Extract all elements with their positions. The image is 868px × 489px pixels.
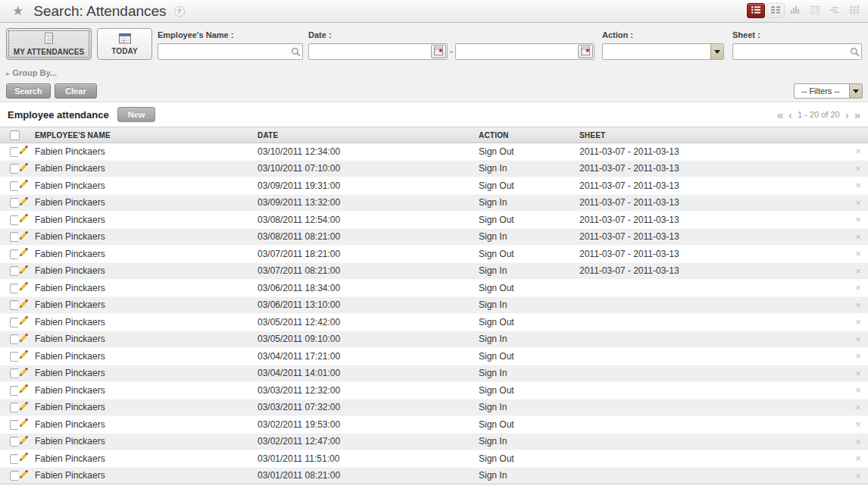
table-row[interactable]: Fabien Pinckaers 03/01/2011 11:51:00 Sig…	[0, 450, 868, 468]
row-checkbox[interactable]	[10, 403, 18, 412]
sheet-cell[interactable]	[579, 433, 848, 450]
table-row[interactable]: Fabien Pinckaers 03/08/2011 12:54:00 Sig…	[0, 212, 868, 229]
employee-name-cell[interactable]: Fabien Pinckaers	[35, 467, 258, 484]
row-checkbox[interactable]	[10, 471, 18, 481]
column-header-sheet[interactable]: SHEET	[579, 127, 848, 143]
action-cell[interactable]: Sign Out	[479, 177, 579, 195]
edit-pencil-icon[interactable]	[18, 452, 29, 465]
row-checkbox[interactable]	[10, 334, 18, 344]
edit-pencil-icon[interactable]	[18, 367, 29, 380]
date-cell[interactable]: 03/10/2011 07:10:00	[258, 160, 479, 177]
sheet-cell[interactable]: 2011-03-07 - 2011-03-13	[579, 262, 848, 280]
delete-row-icon[interactable]: ×	[848, 416, 868, 434]
form-view-button[interactable]	[767, 3, 785, 18]
employee-name-cell[interactable]: Fabien Pinckaers	[35, 143, 258, 161]
row-checkbox[interactable]	[10, 368, 18, 378]
action-cell[interactable]: Sign In	[479, 433, 579, 450]
employee-name-cell[interactable]: Fabien Pinckaers	[35, 416, 258, 434]
delete-row-icon[interactable]: ×	[848, 382, 868, 400]
table-row[interactable]: Fabien Pinckaers 03/02/2011 12:47:00 Sig…	[0, 433, 868, 450]
delete-row-icon[interactable]: ×	[848, 280, 868, 297]
action-cell[interactable]: Sign In	[479, 365, 579, 382]
date-cell[interactable]: 03/03/2011 12:32:00	[258, 382, 479, 400]
delete-row-icon[interactable]: ×	[848, 467, 868, 484]
delete-row-icon[interactable]: ×	[848, 399, 868, 416]
group-by-toggle[interactable]: ▸Group By...	[6, 68, 57, 77]
delete-row-icon[interactable]: ×	[848, 160, 868, 177]
sheet-cell[interactable]: 2011-03-07 - 2011-03-13	[579, 194, 848, 212]
action-cell[interactable]: Sign Out	[479, 280, 579, 297]
edit-pencil-icon[interactable]	[18, 281, 29, 294]
employee-name-input[interactable]	[158, 45, 289, 58]
sheet-cell[interactable]	[579, 331, 848, 348]
sheet-cell[interactable]	[579, 382, 848, 400]
action-cell[interactable]: Sign In	[479, 262, 579, 280]
action-cell[interactable]: Sign Out	[479, 314, 579, 331]
sheet-cell[interactable]	[579, 280, 848, 297]
delete-row-icon[interactable]: ×	[848, 296, 868, 314]
calendar-view-button[interactable]	[806, 3, 824, 18]
row-checkbox[interactable]	[10, 147, 18, 157]
row-checkbox[interactable]	[10, 420, 18, 430]
select-all-checkbox[interactable]	[10, 130, 20, 140]
table-row[interactable]: Fabien Pinckaers 03/07/2011 08:21:00 Sig…	[0, 262, 868, 280]
help-icon[interactable]: ?	[174, 6, 185, 17]
employee-name-cell[interactable]: Fabien Pinckaers	[35, 280, 258, 297]
list-view-button[interactable]	[747, 3, 765, 18]
delete-row-icon[interactable]: ×	[848, 262, 868, 280]
employee-name-cell[interactable]: Fabien Pinckaers	[35, 450, 258, 468]
employee-name-cell[interactable]: Fabien Pinckaers	[35, 246, 258, 263]
row-checkbox[interactable]	[10, 318, 18, 328]
date-cell[interactable]: 03/01/2011 08:21:00	[258, 467, 479, 484]
edit-pencil-icon[interactable]	[18, 315, 29, 328]
edit-pencil-icon[interactable]	[18, 333, 29, 346]
date-cell[interactable]: 03/09/2011 19:31:00	[258, 177, 479, 195]
edit-pencil-icon[interactable]	[18, 418, 29, 431]
date-cell[interactable]: 03/08/2011 12:54:00	[258, 212, 479, 229]
column-header-date[interactable]: DATE	[258, 127, 479, 143]
sheet-cell[interactable]: 2011-03-07 - 2011-03-13	[579, 143, 848, 161]
employee-name-cell[interactable]: Fabien Pinckaers	[35, 365, 258, 382]
table-row[interactable]: Fabien Pinckaers 03/06/2011 13:10:00 Sig…	[0, 296, 868, 314]
table-row[interactable]: Fabien Pinckaers 03/09/2011 13:32:00 Sig…	[0, 194, 868, 212]
employee-name-cell[interactable]: Fabien Pinckaers	[35, 348, 258, 365]
row-checkbox[interactable]	[10, 352, 18, 362]
action-cell[interactable]: Sign Out	[479, 348, 579, 365]
table-row[interactable]: Fabien Pinckaers 03/06/2011 18:34:00 Sig…	[0, 280, 868, 297]
sheet-cell[interactable]: 2011-03-07 - 2011-03-13	[579, 228, 848, 246]
date-cell[interactable]: 03/07/2011 08:21:00	[258, 262, 479, 280]
new-button[interactable]: New	[117, 107, 155, 122]
today-button[interactable]: TODAY	[97, 28, 152, 60]
delete-row-icon[interactable]: ×	[848, 331, 868, 348]
table-row[interactable]: Fabien Pinckaers 03/10/2011 07:10:00 Sig…	[0, 160, 868, 177]
sheet-cell[interactable]	[579, 416, 848, 434]
date-cell[interactable]: 03/08/2011 08:21:00	[258, 228, 479, 246]
row-checkbox[interactable]	[10, 300, 18, 310]
employee-name-cell[interactable]: Fabien Pinckaers	[35, 296, 258, 314]
sheet-cell[interactable]	[579, 365, 848, 382]
table-row[interactable]: Fabien Pinckaers 03/09/2011 19:31:00 Sig…	[0, 177, 868, 195]
date-cell[interactable]: 03/06/2011 18:34:00	[258, 280, 479, 297]
edit-pencil-icon[interactable]	[18, 179, 29, 192]
clear-button[interactable]: Clear	[55, 83, 97, 99]
employee-name-cell[interactable]: Fabien Pinckaers	[35, 177, 258, 195]
date-from-input[interactable]	[309, 45, 431, 58]
edit-pencil-icon[interactable]	[18, 196, 29, 209]
date-cell[interactable]: 03/02/2011 12:47:00	[258, 433, 479, 450]
edit-pencil-icon[interactable]	[18, 247, 29, 260]
date-cell[interactable]: 03/04/2011 14:01:00	[258, 365, 479, 382]
sheet-cell[interactable]: 2011-03-07 - 2011-03-13	[579, 246, 848, 263]
employee-name-cell[interactable]: Fabien Pinckaers	[35, 262, 258, 280]
pager-last-icon[interactable]: »	[854, 109, 860, 121]
row-checkbox[interactable]	[10, 232, 18, 242]
delete-row-icon[interactable]: ×	[848, 314, 868, 331]
row-checkbox[interactable]	[10, 454, 18, 464]
edit-pencil-icon[interactable]	[18, 469, 29, 482]
table-row[interactable]: Fabien Pinckaers 03/10/2011 12:34:00 Sig…	[0, 143, 868, 161]
pager-next-icon[interactable]: ›	[845, 109, 849, 121]
edit-pencil-icon[interactable]	[18, 162, 29, 175]
edit-pencil-icon[interactable]	[18, 230, 29, 243]
date-cell[interactable]: 03/09/2011 13:32:00	[258, 194, 479, 212]
filters-dropdown[interactable]: -- Filters --	[794, 83, 863, 99]
action-cell[interactable]: Sign Out	[479, 416, 579, 434]
